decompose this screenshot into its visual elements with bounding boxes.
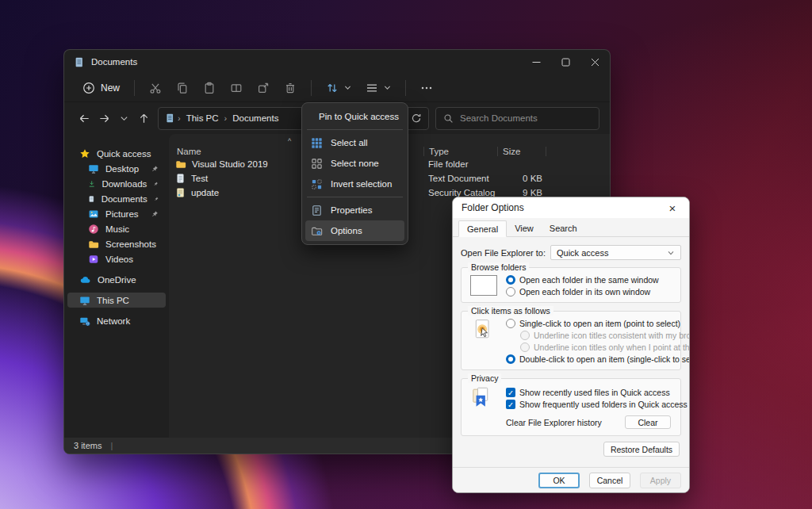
sidebar-gap xyxy=(64,287,169,293)
crumb-this-pc[interactable]: This PC xyxy=(183,112,222,124)
minimize-button[interactable] xyxy=(522,50,551,74)
music-icon xyxy=(88,224,99,235)
folder-icon xyxy=(88,239,99,250)
chevron-down-icon xyxy=(120,114,128,123)
sidebar-item-network[interactable]: Network xyxy=(67,313,166,328)
sort-icon xyxy=(326,82,339,94)
share-button[interactable] xyxy=(250,77,277,99)
document-icon xyxy=(74,56,85,68)
downloads-icon xyxy=(88,178,95,189)
up-icon xyxy=(138,113,150,124)
cut-button[interactable] xyxy=(142,77,169,99)
pin-icon xyxy=(153,180,159,188)
search-input[interactable]: Search Documents xyxy=(435,107,599,130)
paste-button[interactable] xyxy=(196,77,223,99)
security-catalog-icon xyxy=(175,187,186,198)
up-button[interactable] xyxy=(134,109,154,128)
clear-button[interactable]: Clear xyxy=(625,415,671,429)
copy-button[interactable] xyxy=(169,77,196,99)
radio-underline-point[interactable]: Underline icon titles only when I point … xyxy=(520,343,690,352)
documents-icon xyxy=(88,193,95,205)
menu-item-properties[interactable]: Properties xyxy=(305,200,404,220)
checkbox-recent-files[interactable]: ✓ Show recently used files in Quick acce… xyxy=(506,388,688,397)
options-icon xyxy=(311,225,323,237)
window-title: Documents xyxy=(91,57,137,67)
item-count: 3 items xyxy=(74,441,102,450)
forward-button[interactable] xyxy=(94,109,114,128)
menu-item-invert-selection[interactable]: Invert selection xyxy=(305,174,404,194)
click-pointer-icon xyxy=(474,319,493,343)
sidebar-item-this-pc[interactable]: This PC xyxy=(67,293,166,308)
restore-defaults-button[interactable]: Restore Defaults xyxy=(603,442,680,457)
crumb-documents[interactable]: Documents xyxy=(229,112,282,124)
chevron-down-icon xyxy=(667,249,675,257)
recent-locations-button[interactable] xyxy=(114,109,134,128)
radio-same-window[interactable]: Open each folder in the same window xyxy=(506,275,674,285)
tab-search[interactable]: Search xyxy=(542,220,585,236)
file-name: Visual Studio 2019 xyxy=(192,159,268,169)
cancel-button[interactable]: Cancel xyxy=(589,473,630,488)
sidebar-item-onedrive[interactable]: OneDrive xyxy=(67,272,166,287)
file-type: Text Document xyxy=(423,174,497,183)
new-plus-icon xyxy=(82,82,95,94)
rename-icon xyxy=(230,82,243,94)
star-icon xyxy=(79,148,90,159)
sidebar-item-quick-access[interactable]: Quick access xyxy=(67,146,166,161)
rename-button[interactable] xyxy=(223,77,250,99)
ok-button[interactable]: OK xyxy=(538,473,580,488)
menu-item-options[interactable]: Options xyxy=(305,220,404,241)
more-options-button[interactable] xyxy=(413,77,440,99)
chevron-down-icon xyxy=(344,84,351,91)
view-button[interactable] xyxy=(358,78,398,98)
sidebar-item-documents[interactable]: Documents xyxy=(67,191,166,206)
radio-double-click[interactable]: Double-click to open an item (single-cli… xyxy=(506,354,690,364)
sidebar-item-downloads[interactable]: Downloads xyxy=(67,176,166,191)
menu-separator xyxy=(307,129,403,130)
checkbox-frequent-folders[interactable]: ✓ Show frequently used folders in Quick … xyxy=(506,400,688,409)
search-icon xyxy=(443,113,454,124)
tab-view[interactable]: View xyxy=(507,220,542,236)
back-icon xyxy=(79,113,90,124)
dialog-close-button[interactable]: × xyxy=(656,197,689,218)
maximize-icon xyxy=(561,58,570,67)
pin-icon xyxy=(154,195,159,203)
chevron-down-icon xyxy=(384,84,391,91)
delete-icon xyxy=(284,82,297,94)
maximize-button[interactable] xyxy=(551,50,580,74)
menu-item-pin-to-quick-access[interactable]: Pin to Quick access xyxy=(305,106,404,127)
back-button[interactable] xyxy=(75,109,94,128)
radio-own-window[interactable]: Open each folder in its own window xyxy=(506,287,674,297)
file-type: File folder xyxy=(423,159,497,169)
refresh-icon xyxy=(411,113,422,124)
delete-button[interactable] xyxy=(277,77,304,99)
radio-underline-consistent[interactable]: Underline icon titles consistent with my… xyxy=(520,331,690,340)
sidebar-item-screenshots[interactable]: Screenshots xyxy=(67,236,166,251)
sidebar-item-desktop[interactable]: Desktop xyxy=(67,161,166,176)
radio-single-click[interactable]: Single-click to open an item (point to s… xyxy=(506,319,690,328)
menu-item-select-none[interactable]: Select none xyxy=(305,153,404,174)
column-header-size[interactable]: Size xyxy=(497,147,546,156)
tab-general[interactable]: General xyxy=(458,220,507,237)
column-header-type[interactable]: Type xyxy=(423,147,497,156)
properties-icon xyxy=(311,205,323,216)
close-button[interactable] xyxy=(580,50,610,74)
open-to-combobox[interactable]: Quick access xyxy=(550,245,681,260)
new-button[interactable]: New xyxy=(75,78,127,98)
file-name: Test xyxy=(191,174,208,183)
open-to-value: Quick access xyxy=(557,248,608,258)
status-divider: | xyxy=(110,441,113,450)
sidebar-item-pictures[interactable]: Pictures xyxy=(67,206,166,221)
browse-folders-group: Browse folders Open each folder in the s… xyxy=(461,267,681,303)
dialog-footer: OK Cancel Apply xyxy=(453,467,689,492)
apply-button[interactable]: Apply xyxy=(640,473,681,488)
file-name: update xyxy=(191,188,219,197)
sort-button[interactable] xyxy=(319,78,358,98)
checkbox-checked-icon: ✓ xyxy=(506,400,515,409)
sidebar-item-music[interactable]: Music xyxy=(67,221,166,236)
sidebar-item-videos[interactable]: Videos xyxy=(67,251,166,266)
network-icon xyxy=(79,316,90,327)
menu-item-select-all[interactable]: Select all xyxy=(305,132,404,153)
folder-icon xyxy=(175,159,186,170)
title-bar: Documents xyxy=(64,50,610,74)
close-icon xyxy=(591,58,599,67)
